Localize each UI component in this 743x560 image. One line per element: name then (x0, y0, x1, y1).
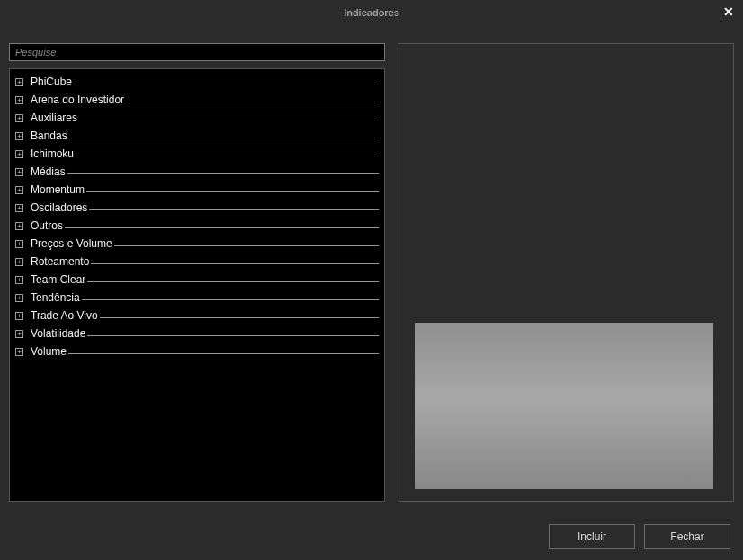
tree-item-line (67, 173, 379, 174)
tree-item-label: Auxiliares (31, 111, 77, 124)
tree-item-line (126, 102, 379, 102)
tree-item[interactable]: +Outros (15, 217, 379, 235)
tree-item[interactable]: +Team Clear (15, 271, 379, 289)
window-title: Indicadores (344, 7, 399, 18)
expand-icon[interactable]: + (15, 168, 23, 176)
expand-icon[interactable]: + (15, 150, 23, 158)
tree-item-line (76, 156, 379, 156)
tree-item-label: Volume (31, 345, 67, 358)
expand-icon[interactable]: + (15, 78, 23, 86)
tree-item[interactable]: +Osciladores (15, 199, 379, 217)
content-area: +PhiCube+Arena do Investidor+Auxiliares+… (0, 25, 743, 511)
titlebar: Indicadores ✕ (0, 0, 743, 25)
tree-item[interactable]: +Preços e Volume (15, 235, 379, 253)
tree-item-line (114, 245, 379, 246)
tree-item-line (87, 335, 379, 336)
expand-icon[interactable]: + (15, 330, 23, 338)
expand-icon[interactable]: + (15, 222, 23, 230)
tree-item-line (65, 227, 379, 228)
tree-item-label: PhiCube (31, 76, 72, 88)
tree-item[interactable]: +Roteamento (15, 253, 379, 271)
search-input[interactable] (9, 43, 385, 61)
expand-icon[interactable]: + (15, 132, 23, 140)
tree-item-label: Preços e Volume (31, 237, 112, 250)
tree-item-line (86, 191, 379, 192)
expand-icon[interactable]: + (15, 96, 23, 104)
tree-item-label: Roteamento (31, 255, 89, 268)
tree-item[interactable]: +Arena do Investidor (15, 91, 379, 109)
include-button[interactable]: Incluir (549, 524, 635, 549)
preview-image (415, 323, 713, 489)
tree-item-label: Ichimoku (31, 147, 74, 160)
tree-item-line (82, 299, 379, 300)
expand-icon[interactable]: + (15, 348, 23, 356)
tree-item-label: Arena do Investidor (31, 93, 124, 106)
expand-icon[interactable]: + (15, 294, 23, 302)
expand-icon[interactable]: + (15, 186, 23, 194)
left-panel: +PhiCube+Arena do Investidor+Auxiliares+… (9, 43, 385, 502)
tree-item-line (74, 84, 379, 84)
expand-icon[interactable]: + (15, 276, 23, 284)
tree-item-line (87, 281, 379, 282)
tree-item-line (89, 209, 379, 210)
tree-item-label: Tendência (31, 291, 80, 304)
tree-item[interactable]: +Ichimoku (15, 145, 379, 163)
expand-icon[interactable]: + (15, 114, 23, 122)
tree-item[interactable]: +Médias (15, 163, 379, 181)
expand-icon[interactable]: + (15, 312, 23, 320)
tree-item-label: Médias (31, 165, 66, 178)
tree-item-label: Momentum (31, 183, 85, 196)
tree-item[interactable]: +Trade Ao Vivo (15, 307, 379, 324)
tree-item-line (91, 263, 379, 264)
tree-item[interactable]: +Tendência (15, 289, 379, 307)
tree-item-label: Outros (31, 219, 63, 232)
expand-icon[interactable]: + (15, 258, 23, 266)
tree-item[interactable]: +Bandas (15, 127, 379, 145)
tree-item[interactable]: +Momentum (15, 181, 379, 199)
tree-item-label: Volatilidade (31, 327, 85, 340)
tree-item[interactable]: +Volume (15, 342, 379, 360)
close-button[interactable]: Fechar (644, 524, 730, 549)
tree-item-label: Osciladores (31, 201, 87, 214)
expand-icon[interactable]: + (15, 204, 23, 212)
tree-item[interactable]: +Volatilidade (15, 324, 379, 342)
category-tree[interactable]: +PhiCube+Arena do Investidor+Auxiliares+… (9, 68, 385, 502)
tree-item-line (69, 138, 379, 138)
tree-item-label: Bandas (31, 129, 67, 142)
expand-icon[interactable]: + (15, 240, 23, 248)
tree-item-line (79, 120, 379, 120)
tree-item-label: Team Clear (31, 273, 85, 286)
tree-item[interactable]: +PhiCube (15, 73, 379, 91)
tree-item-line (68, 353, 379, 354)
tree-item-label: Trade Ao Vivo (31, 309, 98, 322)
button-row: Incluir Fechar (549, 524, 730, 549)
tree-item[interactable]: +Auxiliares (15, 109, 379, 127)
preview-panel (398, 43, 734, 502)
close-icon[interactable]: ✕ (721, 5, 736, 20)
tree-item-line (100, 317, 379, 318)
